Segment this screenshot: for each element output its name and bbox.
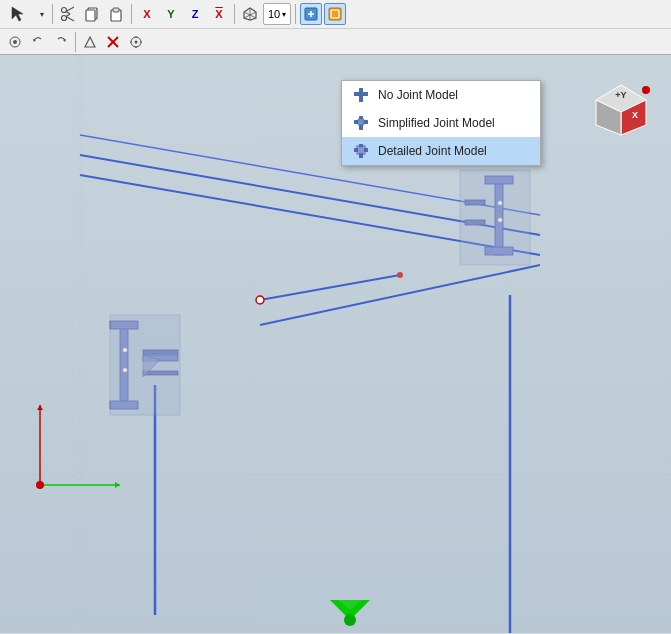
svg-rect-8 xyxy=(86,10,95,21)
svg-rect-79 xyxy=(358,147,364,153)
svg-point-28 xyxy=(135,40,138,43)
svg-rect-33 xyxy=(0,55,671,633)
svg-text:+Y: +Y xyxy=(615,90,626,100)
x-neg-btn[interactable]: X xyxy=(208,3,230,25)
y-axis-btn[interactable]: Y xyxy=(160,3,182,25)
svg-point-48 xyxy=(256,296,264,304)
r2b1[interactable] xyxy=(4,31,26,53)
svg-point-40 xyxy=(36,481,44,489)
menu-item-no-joint[interactable]: No Joint Model xyxy=(342,81,540,109)
detailed-label: Detailed Joint Model xyxy=(378,144,487,158)
sep5 xyxy=(75,32,76,52)
svg-marker-24 xyxy=(85,37,95,47)
z-axis-btn[interactable]: Z xyxy=(184,3,206,25)
simplified-icon xyxy=(352,114,370,132)
r2b4[interactable] xyxy=(79,31,101,53)
joint-model-dropdown: No Joint Model Simplified Joint Model xyxy=(341,80,541,166)
paste-btn[interactable] xyxy=(105,3,127,25)
joint-model-btn[interactable] xyxy=(324,3,346,25)
simplified-label: Simplified Joint Model xyxy=(378,116,495,130)
toolbar-container: ▾ xyxy=(0,0,671,55)
sep4 xyxy=(295,4,296,24)
sep2 xyxy=(131,4,132,24)
svg-point-1 xyxy=(62,16,67,21)
toolbar-row-2 xyxy=(0,28,671,54)
svg-rect-10 xyxy=(113,8,119,12)
app-window: ▾ xyxy=(0,0,671,633)
svg-text:X: X xyxy=(632,110,638,120)
view3d-btn[interactable] xyxy=(239,3,261,25)
no-joint-label: No Joint Model xyxy=(378,88,458,102)
menu-item-simplified[interactable]: Simplified Joint Model xyxy=(342,109,540,137)
r2b3[interactable] xyxy=(50,31,72,53)
svg-point-51 xyxy=(344,614,356,626)
scene-svg xyxy=(0,55,671,633)
r2b5[interactable] xyxy=(102,31,124,53)
svg-rect-72 xyxy=(359,88,363,102)
svg-line-4 xyxy=(66,17,74,22)
canvas-area[interactable]: No Joint Model Simplified Joint Model xyxy=(0,55,671,633)
svg-line-5 xyxy=(66,12,70,15)
number-value: 10 xyxy=(268,8,280,20)
nav-cube[interactable]: +Y X xyxy=(581,70,661,150)
select-dropdown-arrow[interactable]: ▾ xyxy=(36,3,48,25)
svg-line-3 xyxy=(66,7,74,12)
sep1 xyxy=(52,4,53,24)
number-dropdown-arrow: ▾ xyxy=(282,10,286,19)
r2b6[interactable] xyxy=(125,31,147,53)
svg-point-85 xyxy=(642,86,650,94)
x-axis-btn[interactable]: X xyxy=(136,3,158,25)
copy-btn[interactable] xyxy=(81,3,103,25)
mode-btn-active[interactable] xyxy=(300,3,322,25)
svg-point-2 xyxy=(62,8,67,13)
select-tool-btn[interactable] xyxy=(4,3,34,25)
svg-point-49 xyxy=(397,272,403,278)
svg-rect-70 xyxy=(460,170,530,265)
menu-item-detailed[interactable]: Detailed Joint Model xyxy=(342,137,540,165)
toolbar-row-1: ▾ xyxy=(0,0,671,28)
svg-marker-0 xyxy=(12,7,23,21)
sep3 xyxy=(234,4,235,24)
r2b2[interactable] xyxy=(27,31,49,53)
number-dropdown[interactable]: 10 ▾ xyxy=(263,3,291,25)
cut-btn[interactable] xyxy=(57,3,79,25)
svg-rect-62 xyxy=(110,315,180,415)
detailed-icon xyxy=(352,142,370,160)
no-joint-icon xyxy=(352,86,370,104)
svg-line-6 xyxy=(66,14,70,17)
svg-point-21 xyxy=(13,40,17,44)
svg-rect-75 xyxy=(358,119,364,125)
